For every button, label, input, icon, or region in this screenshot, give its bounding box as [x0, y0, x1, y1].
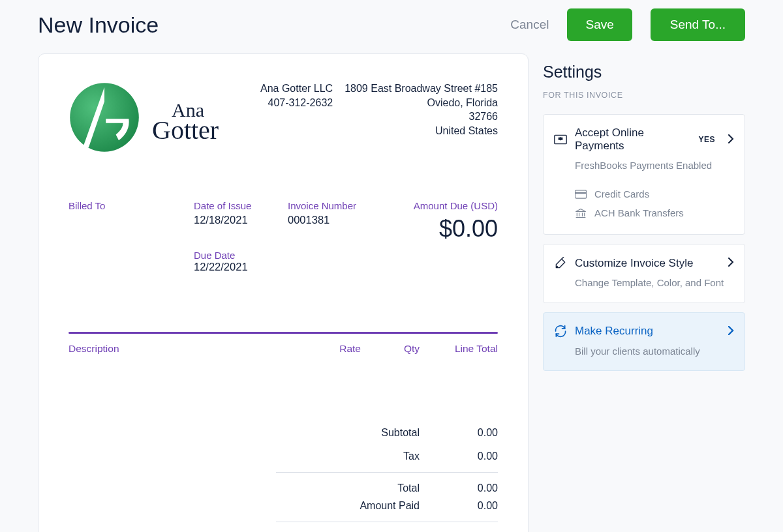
top-bar: New Invoice Cancel Save Send To... [38, 0, 745, 50]
amount-paid-value: 0.00 [446, 500, 498, 512]
online-payments-sub: FreshBooks Payments Enabled [575, 158, 734, 173]
online-payments-badge: YES [698, 135, 715, 144]
address-zip: 32766 [345, 110, 498, 124]
amount-due-label: Amount Due (USD) [379, 200, 498, 211]
due-date-value[interactable]: 12/22/2021 [194, 261, 288, 273]
subtotal-value: 0.00 [446, 427, 498, 439]
due-date-label: Due Date [194, 250, 288, 261]
page-title: New Invoice [38, 12, 510, 38]
col-qty: Qty [361, 343, 420, 355]
settings-subtitle: FOR THIS INVOICE [543, 91, 745, 100]
paint-icon [554, 257, 567, 270]
save-button[interactable]: Save [567, 8, 632, 41]
company-logo: Ana Gotter [69, 81, 219, 153]
chevron-right-icon [728, 256, 734, 270]
logo-script-icon: Ana Gotter [152, 101, 219, 142]
chevron-right-icon [728, 133, 734, 147]
payment-icon: $ [554, 133, 567, 146]
tax-value: 0.00 [446, 451, 498, 462]
invoice-number-value[interactable]: 0001381 [288, 214, 379, 226]
billed-to-label: Billed To [69, 200, 194, 211]
address-line1: 1809 East Broadway Street #185 [345, 81, 498, 96]
col-rate: Rate [283, 343, 361, 355]
svg-point-7 [557, 266, 558, 267]
svg-rect-5 [575, 192, 586, 193]
date-of-issue-value[interactable]: 12/18/2021 [194, 214, 288, 226]
tax-label: Tax [276, 451, 446, 462]
company-name: Ana Gotter LLC [230, 81, 333, 96]
line-items-separator [69, 332, 498, 334]
amount-due-value: $0.00 [379, 215, 498, 243]
invoice-number-label: Invoice Number [288, 200, 379, 211]
pay-method-ach: ACH Bank Transfers [575, 203, 734, 222]
svg-rect-4 [575, 190, 586, 198]
settings-sidebar: Settings FOR THIS INVOICE $ Accept Onlin… [543, 53, 745, 371]
bank-icon [575, 208, 587, 218]
recurring-title: Make Recurring [575, 325, 715, 338]
chevron-right-icon [728, 325, 734, 338]
panel-online-payments[interactable]: $ Accept Online Payments YES FreshBooks … [543, 114, 745, 235]
invoice-card: Ana Gotter Ana Gotter LLC 407-312-2632 1… [38, 53, 529, 532]
credit-card-icon [575, 190, 587, 199]
date-of-issue-label: Date of Issue [194, 200, 288, 211]
logo-mark-icon [69, 81, 140, 153]
company-phone: 407-312-2632 [230, 96, 333, 110]
totals-block: Subtotal 0.00 Tax 0.00 Total 0.00 Amount… [276, 421, 498, 532]
line-items-header: Description Rate Qty Line Total [69, 343, 498, 355]
total-label: Total [276, 482, 446, 494]
customize-title: Customize Invoice Style [575, 257, 715, 270]
address-line2: Oviedo, Florida [345, 96, 498, 110]
total-value: 0.00 [446, 482, 498, 494]
col-line-total: Line Total [420, 343, 498, 355]
online-payments-title: Accept Online Payments [575, 126, 690, 153]
panel-make-recurring[interactable]: Make Recurring Bill your clients automat… [543, 312, 745, 371]
cancel-button[interactable]: Cancel [510, 18, 549, 32]
col-description: Description [69, 343, 283, 355]
subtotal-label: Subtotal [276, 427, 446, 439]
customize-sub: Change Template, Color, and Font [575, 275, 734, 290]
send-to-button[interactable]: Send To... [651, 8, 745, 41]
amount-paid-label: Amount Paid [276, 500, 446, 512]
settings-title: Settings [543, 63, 745, 81]
recurring-sub: Bill your clients automatically [575, 344, 734, 359]
address-country: United States [345, 124, 498, 138]
recurring-icon [554, 325, 567, 338]
panel-customize-style[interactable]: Customize Invoice Style Change Template,… [543, 244, 745, 303]
pay-method-credit: Credit Cards [575, 185, 734, 203]
